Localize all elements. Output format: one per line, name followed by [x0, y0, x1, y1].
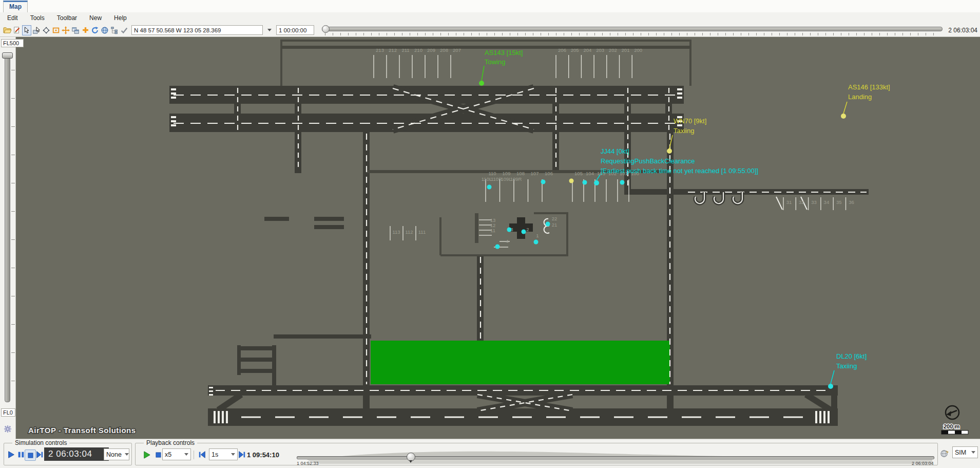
closed-apron-area[interactable]: [371, 341, 670, 384]
gate-label: 209: [427, 47, 435, 53]
gate-label: 4: [506, 238, 508, 244]
select-map-icon[interactable]: [32, 25, 41, 35]
gate-label: 111: [418, 229, 426, 235]
playback-play-button[interactable]: [142, 450, 152, 460]
aircraft-status: Landing: [848, 93, 872, 101]
playback-timeline-track[interactable]: [297, 456, 934, 459]
gate-label: 208: [440, 47, 448, 53]
zoom-box-icon[interactable]: [51, 25, 61, 35]
simulation-controls-title: Simulation controls: [12, 439, 69, 446]
aircraft-dot[interactable]: [667, 148, 672, 154]
playback-timeline-thumb[interactable]: [407, 453, 415, 461]
mode-value: SIM: [955, 449, 966, 456]
sim-time-display: 2 06:03:04: [44, 447, 109, 461]
gate-row-mid-left: 110109108107106: [486, 171, 553, 202]
aircraft-dot[interactable]: [541, 180, 546, 184]
gate-label: 109R: [510, 176, 522, 182]
aircraft-dot[interactable]: [495, 245, 500, 249]
sim-play-button[interactable]: [6, 450, 16, 460]
globe-icon[interactable]: [100, 25, 109, 35]
gate-label: 22: [552, 216, 558, 221]
aircraft-dot[interactable]: [479, 81, 484, 86]
chevron-down-icon: [125, 453, 129, 456]
aircraft-status-detail: [Earliest push back time not yet reached…: [601, 167, 758, 175]
coordinates-dropdown-arrow[interactable]: [267, 29, 272, 31]
gate-label: 113: [392, 229, 400, 235]
aircraft-label: JJ44 [0kt]: [601, 147, 629, 155]
gate-label: 31: [786, 199, 792, 205]
gate-row-pier: 2221: [552, 216, 558, 228]
refresh-icon[interactable]: [90, 25, 100, 35]
gate-label: 11: [490, 228, 495, 233]
playback-step-forward-button[interactable]: [237, 450, 247, 460]
airport-map[interactable]: 213212211210209208207 206205204203202201…: [15, 37, 980, 439]
aircraft-dot[interactable]: [507, 228, 512, 232]
menu-help[interactable]: Help: [114, 14, 127, 22]
aircraft-label: WN70 [9kt]: [674, 117, 706, 125]
gate-row-mid-sub: 110L110R109L109R: [482, 176, 522, 182]
map-time-slider-thumb[interactable]: [322, 25, 330, 33]
gate-label: 206: [558, 47, 566, 53]
pan-icon[interactable]: [61, 25, 70, 35]
aircraft-status: RequestingPushBackClearance: [601, 157, 695, 165]
open-icon[interactable]: [3, 25, 12, 35]
aircraft-dot[interactable]: [620, 180, 625, 185]
settings-gear-icon[interactable]: [4, 425, 12, 433]
gate-label: 33: [811, 199, 817, 205]
gate-label: 108: [516, 171, 525, 176]
edit-icon[interactable]: [12, 25, 22, 35]
gate-label: 35: [836, 199, 842, 205]
separator: [194, 451, 194, 459]
gate-row-top-left: 213212211210209208207: [374, 47, 461, 78]
gate-label: 204: [583, 47, 591, 53]
altitude-slider-thumb[interactable]: [2, 52, 13, 59]
menu-edit[interactable]: Edit: [7, 14, 18, 22]
tree-view-icon[interactable]: [110, 25, 119, 35]
time-offset-input[interactable]: 1 00:00:00: [276, 25, 314, 35]
altitude-filter: FL500 FL0: [0, 37, 16, 439]
mode-dropdown[interactable]: SIM: [952, 446, 978, 458]
add-icon[interactable]: [81, 25, 90, 35]
aircraft-dot[interactable]: [546, 222, 550, 227]
aircraft-dot[interactable]: [522, 230, 526, 234]
aircraft-label: DL20 [6kt]: [836, 352, 867, 360]
sim-step-button[interactable]: [34, 450, 45, 460]
playback-speed-dropdown[interactable]: x5: [162, 448, 191, 460]
fl-bottom-label: FL0: [1, 408, 15, 417]
chevron-down-icon: [231, 453, 235, 456]
menu-toolbar[interactable]: Toolbar: [57, 14, 77, 22]
status-bar: Simulation controls 2 06:03:04 None Play…: [0, 439, 980, 468]
sim-selector-dropdown[interactable]: None: [104, 448, 129, 460]
altitude-slider[interactable]: [5, 55, 10, 402]
aircraft-dot[interactable]: [828, 384, 833, 389]
aircraft-dot[interactable]: [583, 180, 587, 185]
coordinates-input[interactable]: N 48 57 50.568 W 123 05 28.369: [131, 25, 263, 35]
map-canvas[interactable]: 213212211210209208207 206205204203202201…: [15, 37, 980, 439]
playback-step-back-button[interactable]: [197, 450, 207, 460]
aircraft-dot[interactable]: [569, 179, 574, 183]
measure-icon[interactable]: [42, 25, 51, 35]
menu-bar: Edit Tools Toolbar New Help: [0, 12, 980, 24]
aircraft-status: Taxiing: [674, 127, 694, 135]
map-time-slider[interactable]: [322, 25, 943, 36]
gate-row-west: 113112111: [390, 226, 426, 240]
aircraft-dot[interactable]: [594, 180, 599, 185]
gate-label: 202: [609, 47, 617, 53]
gate-row-east: 313233343536: [783, 197, 854, 210]
scale-label: 200 m: [944, 423, 959, 429]
aircraft-dot[interactable]: [487, 185, 492, 190]
gate-label: 210: [414, 47, 422, 53]
gate-label: 201: [622, 47, 630, 53]
menu-new[interactable]: New: [89, 14, 102, 22]
aircraft-dot[interactable]: [841, 114, 846, 119]
windows-icon[interactable]: [71, 25, 80, 35]
select-cursor-icon[interactable]: [22, 25, 31, 35]
confirm-check-icon[interactable]: [120, 25, 129, 35]
aircraft-dot[interactable]: [534, 240, 539, 245]
playback-step-dropdown[interactable]: 1s: [209, 448, 238, 460]
map-time-slider-groove[interactable]: [322, 27, 943, 31]
playback-stop-button[interactable]: [153, 450, 163, 460]
north-arrow-icon: [946, 406, 959, 419]
tab-map[interactable]: Map: [3, 1, 28, 12]
menu-tools[interactable]: Tools: [30, 14, 45, 22]
